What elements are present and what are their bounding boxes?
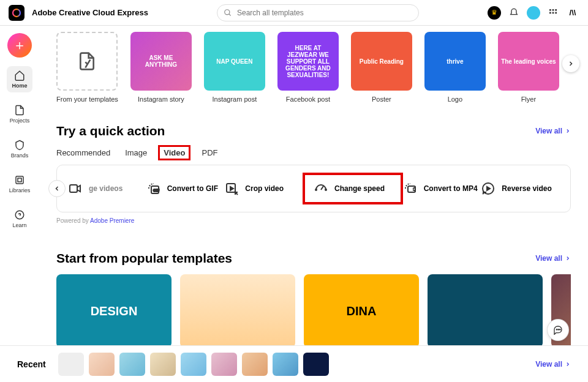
- sidebar-item-libraries[interactable]: Libraries: [4, 171, 36, 197]
- brand-title: Adobe Creative Cloud Express: [32, 8, 148, 17]
- recent-thumb[interactable]: [89, 353, 115, 376]
- topbar: Adobe Creative Cloud Express ♛ /\\: [0, 0, 588, 26]
- sidebar-item-label: Learn: [12, 222, 26, 228]
- popular-template-card[interactable]: [428, 274, 543, 345]
- template-thumb: NAP QUEEN: [204, 32, 265, 91]
- quick-action-reverse-video[interactable]: Reverse video: [481, 181, 559, 196]
- template-item[interactable]: HERE AT JEZWEAR WE SUPPORT ALL GENDERS A…: [277, 32, 339, 103]
- recent-thumb[interactable]: [150, 353, 176, 376]
- chevron-left-icon: [53, 185, 61, 192]
- svg-rect-9: [16, 176, 23, 184]
- sidebar: ＋ Home Projects Brands Libraries Learn: [0, 26, 39, 345]
- svg-rect-3: [549, 9, 551, 11]
- home-icon: [14, 70, 25, 81]
- sidebar-item-learn[interactable]: Learn: [7, 206, 31, 232]
- quick-action-tab-recommended[interactable]: Recommended: [56, 147, 110, 159]
- template-label: Instagram story: [138, 96, 184, 103]
- projects-icon: [14, 105, 25, 116]
- avatar[interactable]: [527, 6, 540, 20]
- template-row: From your templatesASK ME ANYTHINGInstag…: [56, 32, 571, 103]
- template-item[interactable]: Public ReadingPoster: [351, 32, 412, 103]
- popular-template-card[interactable]: [180, 274, 295, 345]
- template-label: Poster: [372, 96, 391, 103]
- action-icon: [224, 181, 239, 196]
- svg-rect-7: [552, 12, 554, 13]
- recent-thumb[interactable]: [58, 353, 84, 376]
- svg-marker-16: [230, 187, 233, 190]
- action-label: Crop video: [245, 184, 284, 193]
- svg-point-25: [560, 329, 560, 330]
- template-item[interactable]: NAP QUEENInstagram post: [204, 32, 265, 103]
- templates-next-button[interactable]: [562, 55, 579, 72]
- recent-thumb[interactable]: [211, 353, 237, 376]
- recent-thumb[interactable]: [181, 353, 206, 376]
- create-button[interactable]: ＋: [7, 33, 32, 58]
- brands-icon: [14, 140, 25, 151]
- quick-action-view-all[interactable]: View all: [535, 127, 571, 135]
- recent-thumb[interactable]: [119, 353, 145, 376]
- quick-action-tab-image[interactable]: Image: [125, 147, 147, 159]
- template-item[interactable]: thriveLogo: [424, 32, 486, 103]
- popular-template-card[interactable]: DESIGN: [56, 274, 172, 345]
- svg-line-17: [321, 186, 323, 190]
- action-icon: [68, 181, 83, 196]
- template-thumb: [56, 32, 118, 91]
- sidebar-item-label: Brands: [11, 152, 29, 159]
- search-icon: [224, 9, 232, 17]
- main-content: From your templatesASK ME ANYTHINGInstag…: [39, 26, 588, 345]
- template-thumb: thrive: [424, 32, 486, 91]
- template-thumb: HERE AT JEZWEAR WE SUPPORT ALL GENDERS A…: [277, 32, 339, 91]
- svg-point-19: [325, 189, 326, 190]
- search-bar[interactable]: [217, 4, 419, 21]
- chevron-right-icon: [565, 255, 571, 261]
- template-thumb: Public Reading: [351, 32, 412, 91]
- app-logo[interactable]: [9, 5, 24, 21]
- template-label: Logo: [448, 96, 462, 103]
- recent-view-all[interactable]: View all: [535, 360, 571, 369]
- svg-rect-12: [70, 185, 77, 192]
- quick-action-change-speed[interactable]: Change speed: [303, 173, 403, 204]
- sidebar-item-home[interactable]: Home: [7, 66, 32, 92]
- quick-action-tab-video[interactable]: Video: [162, 147, 187, 159]
- notifications-icon[interactable]: [507, 6, 521, 20]
- chevron-right-icon: [567, 60, 575, 67]
- template-item[interactable]: ASK ME ANYTHINGInstagram story: [130, 32, 192, 103]
- action-icon: [481, 181, 496, 196]
- chat-button[interactable]: [548, 320, 568, 340]
- svg-point-23: [556, 329, 557, 330]
- svg-point-18: [315, 189, 317, 190]
- adobe-icon[interactable]: /\\: [566, 6, 579, 20]
- template-label: From your templates: [56, 96, 118, 103]
- search-input[interactable]: [237, 9, 412, 17]
- sidebar-item-projects[interactable]: Projects: [5, 101, 35, 127]
- powered-by-link[interactable]: Adobe Premiere: [90, 217, 134, 224]
- action-label: Convert to MP4: [424, 184, 478, 193]
- sidebar-item-brands[interactable]: Brands: [6, 136, 34, 162]
- recent-thumb[interactable]: [242, 353, 268, 376]
- svg-rect-4: [552, 9, 554, 11]
- template-item[interactable]: From your templates: [56, 32, 118, 103]
- premium-icon[interactable]: ♛: [488, 6, 501, 20]
- svg-text:GIF: GIF: [153, 189, 159, 192]
- template-label: Flyer: [521, 96, 536, 103]
- quick-action-convert-to-mp4[interactable]: Convert to MP4: [403, 181, 481, 196]
- quick-action-prev-button[interactable]: [48, 180, 66, 197]
- popular-view-all[interactable]: View all: [535, 254, 571, 263]
- template-item[interactable]: The leading voicesFlyer: [498, 32, 559, 103]
- recent-thumb[interactable]: [303, 353, 329, 376]
- quick-action-tab-pdf[interactable]: PDF: [202, 147, 217, 159]
- popular-template-card[interactable]: DINA: [304, 274, 419, 345]
- quick-action-crop-video[interactable]: Crop video: [224, 181, 303, 196]
- svg-point-1: [225, 9, 230, 14]
- svg-rect-5: [555, 9, 557, 11]
- quick-action-box: ge videosGIFConvert to GIFCrop videoChan…: [56, 165, 571, 212]
- template-thumb: The leading voices: [498, 32, 559, 91]
- apps-icon[interactable]: [546, 6, 560, 20]
- quick-action-convert-to-gif[interactable]: GIFConvert to GIF: [146, 181, 225, 196]
- libraries-icon: [14, 174, 25, 185]
- powered-by: Powered by Adobe Premiere: [56, 217, 571, 224]
- quick-action-ge-videos[interactable]: ge videos: [68, 181, 146, 196]
- sidebar-item-label: Home: [12, 83, 27, 89]
- recent-thumb[interactable]: [273, 353, 298, 376]
- svg-rect-20: [408, 186, 415, 192]
